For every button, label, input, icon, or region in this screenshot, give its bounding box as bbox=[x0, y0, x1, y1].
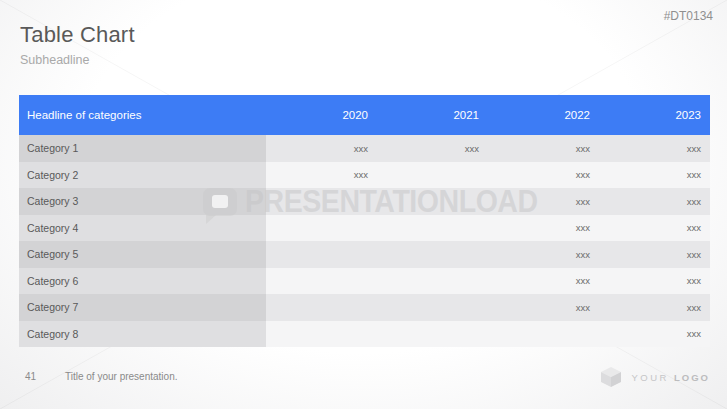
row-label: Category 4 bbox=[19, 215, 266, 242]
table-cell: xxx bbox=[488, 188, 599, 215]
table-cell bbox=[377, 162, 488, 189]
page-title: Table Chart bbox=[20, 22, 135, 48]
table-cell: xxx bbox=[599, 294, 710, 321]
table-cell: xxx bbox=[488, 215, 599, 242]
table-row: Category 5 xxx xxx bbox=[19, 241, 710, 268]
table-row: Category 4 xxx xxx bbox=[19, 215, 710, 242]
table-cell: xxx bbox=[599, 188, 710, 215]
row-label: Category 6 bbox=[19, 268, 266, 295]
table-cell bbox=[266, 241, 377, 268]
cube-logo-icon bbox=[600, 366, 622, 388]
table-row: Category 6 xxx xxx bbox=[19, 268, 710, 295]
table-row: Category 8 xxx bbox=[19, 321, 710, 348]
table-cell: xxx bbox=[599, 241, 710, 268]
table-row: Category 2 xxx xxx xxx bbox=[19, 162, 710, 189]
table-cell bbox=[266, 321, 377, 348]
table-cell: xxx bbox=[266, 135, 377, 162]
column-header: 2022 bbox=[488, 109, 599, 121]
your-logo-placeholder: YOUR LOGO bbox=[600, 366, 710, 388]
table-cell: xxx bbox=[599, 162, 710, 189]
table-cell: xxx bbox=[599, 135, 710, 162]
column-header: 2020 bbox=[266, 109, 377, 121]
row-label: Category 2 bbox=[19, 162, 266, 189]
table-cell: xxx bbox=[488, 162, 599, 189]
column-header: 2023 bbox=[599, 109, 710, 121]
column-header: Headline of categories bbox=[19, 109, 266, 121]
table-cell bbox=[377, 215, 488, 242]
table-cell bbox=[377, 321, 488, 348]
data-table: Headline of categories 2020 2021 2022 20… bbox=[19, 95, 710, 347]
table-row: Category 1 xxx xxx xxx xxx bbox=[19, 135, 710, 162]
row-label: Category 1 bbox=[19, 135, 266, 162]
table-cell: xxx bbox=[266, 162, 377, 189]
page-subheadline: Subheadline bbox=[20, 53, 90, 67]
table-cell bbox=[266, 268, 377, 295]
row-label: Category 5 bbox=[19, 241, 266, 268]
table-cell: xxx bbox=[488, 241, 599, 268]
table-row: Category 7 xxx xxx bbox=[19, 294, 710, 321]
table-cell bbox=[377, 268, 488, 295]
column-header: 2021 bbox=[377, 109, 488, 121]
footer-text: Title of your presentation. bbox=[65, 371, 177, 382]
table-cell bbox=[488, 321, 599, 348]
page-number: 41 bbox=[25, 371, 36, 382]
table-cell bbox=[266, 294, 377, 321]
table-cell: xxx bbox=[488, 268, 599, 295]
logo-text: YOUR LOGO bbox=[631, 372, 710, 383]
table-cell: xxx bbox=[599, 215, 710, 242]
table-cell: xxx bbox=[377, 135, 488, 162]
table-cell bbox=[377, 241, 488, 268]
row-label: Category 8 bbox=[19, 321, 266, 348]
table-body: Category 1 xxx xxx xxx xxx Category 2 xx… bbox=[19, 135, 710, 347]
table-cell bbox=[266, 215, 377, 242]
table-cell: xxx bbox=[488, 135, 599, 162]
table-cell: xxx bbox=[599, 321, 710, 348]
table-cell: xxx bbox=[488, 294, 599, 321]
slide: Table Chart Subheadline #DT0134 Headline… bbox=[0, 0, 727, 409]
row-label: Category 7 bbox=[19, 294, 266, 321]
table-row: Category 3 xxx xxx bbox=[19, 188, 710, 215]
table-cell bbox=[377, 294, 488, 321]
row-label: Category 3 bbox=[19, 188, 266, 215]
table-cell bbox=[266, 188, 377, 215]
table-cell bbox=[377, 188, 488, 215]
table-cell: xxx bbox=[599, 268, 710, 295]
table-header-row: Headline of categories 2020 2021 2022 20… bbox=[19, 95, 710, 135]
template-code: #DT0134 bbox=[664, 9, 713, 23]
